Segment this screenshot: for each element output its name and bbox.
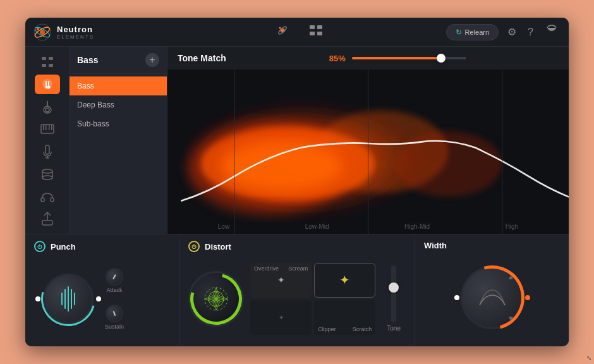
knob-ring — [31, 262, 105, 336]
svg-rect-34 — [41, 198, 44, 202]
sidebar-item-upload[interactable] — [35, 209, 60, 229]
sidebar-item-headphones[interactable] — [35, 186, 60, 207]
sidebar-item-bass[interactable] — [35, 75, 60, 95]
slider-container: 85% — [236, 54, 559, 63]
instrument-list: Bass Deep Bass Sub-bass — [70, 74, 167, 136]
grid-button[interactable] — [304, 22, 328, 42]
visualizer-button[interactable] — [271, 21, 294, 42]
scream-label: Scream — [288, 265, 308, 272]
visualization: Low Low-Mid High-Mid High — [167, 70, 569, 234]
instrument-title: Bass — [77, 55, 98, 65]
freq-labels: Low Low-Mid High-Mid High — [167, 223, 569, 230]
sidebar-item-guitar[interactable] — [35, 97, 60, 117]
vox-icon — [42, 145, 53, 159]
punch-knob-wrapper — [43, 274, 94, 324]
svg-rect-10 — [317, 25, 322, 29]
user-button[interactable] — [542, 22, 561, 42]
relearn-icon: ↻ — [456, 28, 462, 37]
sidebar-item-drums[interactable] — [35, 164, 60, 185]
punch-power-button[interactable] — [34, 241, 45, 252]
punch-knob[interactable] — [43, 274, 94, 324]
tone-vertical-slider[interactable] — [391, 265, 396, 322]
logo-text: Neutron ELEMENTS — [57, 25, 94, 40]
instrument-item-bass[interactable]: Bass — [70, 76, 167, 95]
distort-content: Overdrive Scream ✦ ✦ ✦ Clipper — [188, 257, 406, 340]
svg-rect-27 — [51, 124, 52, 130]
distort-knob[interactable] — [188, 271, 244, 327]
main-content: Bass + Bass Deep Bass Sub-bass Tone Matc… — [25, 47, 569, 234]
tone-match-title: Tone Match — [178, 53, 226, 63]
user-icon — [545, 25, 559, 37]
header-right: ↻ Relearn ⚙ ? — [446, 22, 561, 42]
sustain-indicator — [113, 310, 116, 315]
svg-rect-24 — [43, 124, 44, 130]
width-dot-right — [525, 295, 530, 300]
grid-small-icon — [41, 56, 54, 68]
distort-power-icon — [191, 244, 197, 249]
guitar-icon — [42, 100, 53, 114]
tone-vertical-slider-group: Tone — [387, 265, 401, 332]
svg-point-1 — [40, 30, 45, 35]
scratch-label: Scratch — [353, 326, 372, 332]
width-header: Width — [424, 241, 560, 250]
settings-button[interactable]: ⚙ — [505, 23, 519, 40]
sustain-knob[interactable] — [106, 305, 123, 322]
svg-rect-18 — [45, 81, 47, 88]
sidebar-item-piano[interactable] — [35, 119, 60, 140]
width-up-button[interactable]: ▲ — [507, 272, 515, 281]
freq-low-mid: Low-Mid — [305, 223, 329, 230]
svg-point-8 — [279, 27, 281, 29]
relearn-label: Relearn — [465, 28, 490, 36]
tone-match-slider[interactable] — [352, 57, 466, 59]
upload-icon — [41, 212, 54, 226]
power-icon — [37, 244, 42, 249]
width-knob-wrapper: ▲ ▼ — [461, 266, 524, 329]
orbit-icon — [276, 24, 289, 37]
help-button[interactable]: ? — [525, 24, 536, 40]
svg-rect-14 — [49, 57, 53, 60]
distort-cell-clipper[interactable]: Clipper Scratch — [314, 300, 375, 335]
sustain-label: Sustain — [105, 324, 124, 330]
cell2-icon: ✦ — [339, 272, 350, 288]
distort-cell-empty[interactable]: ✦ — [250, 300, 312, 335]
overdrive-label: Overdrive — [254, 265, 279, 272]
sidebar-item-vox[interactable] — [35, 142, 60, 162]
width-content: ▲ ▼ — [424, 255, 560, 340]
attack-knob-group: Attack — [105, 268, 124, 293]
svg-rect-15 — [42, 64, 46, 67]
distort-mandala — [190, 273, 242, 325]
distort-power-button[interactable] — [188, 241, 200, 252]
width-panel: Width — [415, 234, 569, 346]
distort-cell-active[interactable]: ✦ — [314, 263, 375, 298]
header-center — [153, 21, 446, 42]
knob-dot-right — [96, 296, 101, 301]
svg-rect-12 — [317, 32, 322, 35]
svg-rect-9 — [310, 25, 315, 29]
svg-rect-36 — [42, 221, 52, 225]
svg-rect-13 — [42, 57, 46, 60]
instrument-item-deep-bass[interactable]: Deep Bass — [70, 95, 167, 114]
width-dot-left — [454, 295, 459, 300]
sidebar-item-grid[interactable] — [35, 52, 60, 72]
attack-knob[interactable] — [106, 268, 123, 286]
svg-point-4 — [37, 28, 39, 30]
relearn-button[interactable]: ↻ Relearn — [446, 24, 499, 40]
instrument-panel: Bass + Bass Deep Bass Sub-bass — [70, 47, 167, 234]
distort-cell-overdrive[interactable]: Overdrive Scream ✦ — [250, 263, 312, 298]
punch-title: Punch — [51, 242, 76, 252]
distort-mode-grid: Overdrive Scream ✦ ✦ ✦ Clipper — [250, 263, 375, 335]
tone-match-area: Tone Match 85% — [167, 47, 569, 234]
instrument-item-sub-bass[interactable]: Sub-bass — [70, 114, 167, 133]
frequency-visualization — [167, 70, 569, 234]
drums-icon — [40, 167, 54, 180]
piano-icon — [40, 124, 54, 134]
app-title: Neutron — [57, 25, 94, 34]
punch-content: Attack Sustain — [34, 257, 170, 340]
clipper-label: Clipper — [318, 326, 336, 332]
add-instrument-button[interactable]: + — [145, 53, 159, 67]
distort-title: Distort — [205, 242, 231, 252]
svg-point-21 — [45, 108, 49, 112]
svg-point-33 — [42, 176, 52, 179]
width-down-button[interactable]: ▼ — [507, 314, 515, 323]
instrument-header: Bass + — [70, 47, 167, 74]
